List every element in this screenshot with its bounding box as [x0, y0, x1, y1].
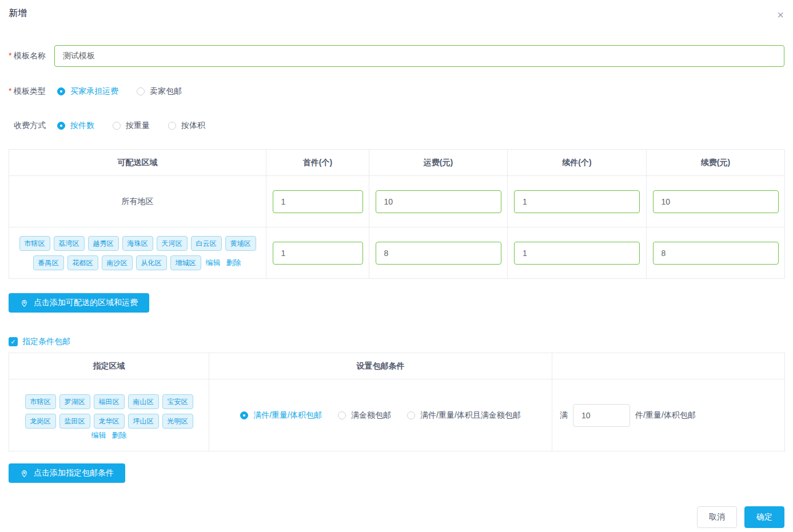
district-tag: 光明区 — [162, 414, 193, 429]
charge-method-row: 收费方式 按件数 按重量 按体积 — [9, 121, 784, 131]
conditional-free-shipping-checkbox-row[interactable]: ✓ 指定条件包邮 — [9, 337, 784, 347]
radio-qty-and-amount[interactable]: 满件/重量/体积且满金额包邮 — [407, 410, 521, 421]
column-header-specified-area: 指定区域 — [9, 353, 209, 379]
condition-prefix: 满 — [560, 410, 568, 421]
radio-icon — [168, 122, 176, 130]
district-tag: 盐田区 — [59, 414, 90, 429]
district-tag: 海珠区 — [122, 236, 153, 251]
required-asterisk: * — [9, 51, 14, 60]
delete-link[interactable]: 删除 — [226, 258, 241, 267]
district-tag: 罗湖区 — [59, 394, 90, 409]
column-header-freight: 运费(元) — [369, 150, 508, 176]
next-fee-input[interactable] — [653, 190, 779, 213]
radio-icon — [57, 87, 65, 95]
district-tag: 增城区 — [170, 255, 201, 270]
radio-amount[interactable]: 满金额包邮 — [338, 410, 391, 421]
condition-tags-cell: 市辖区罗湖区福田区南山区宝安区龙岗区盐田区龙华区坪山区光明区编辑删除 — [9, 379, 209, 451]
radio-by-volume[interactable]: 按体积 — [168, 121, 205, 131]
free-shipping-condition-radio-group: 满件/重量/体积包邮 满金额包邮 满件/重量/体积且满金额包邮 — [210, 410, 551, 421]
radio-qty-weight-volume[interactable]: 满件/重量/体积包邮 — [240, 410, 322, 421]
required-asterisk: * — [9, 86, 14, 95]
template-name-row: *模板名称 — [9, 45, 784, 67]
district-tag: 市辖区 — [19, 236, 50, 251]
district-tag: 福田区 — [94, 394, 125, 409]
radio-icon — [137, 87, 145, 95]
delete-link[interactable]: 删除 — [112, 431, 127, 439]
add-area-button[interactable]: 点击添加可配送的区域和运费 — [9, 293, 149, 313]
freight-table: 可配送区域 首件(个) 运费(元) 续件(个) 续费(元) 所有地区 市辖区荔湾… — [9, 149, 785, 279]
district-tags-cell: 市辖区荔湾区越秀区海珠区天河区白云区黄埔区番禺区花都区南沙区从化区增城区编辑删除 — [9, 227, 266, 279]
edit-link[interactable]: 编辑 — [206, 258, 221, 267]
radio-by-piece[interactable]: 按件数 — [57, 121, 94, 131]
radio-icon — [240, 411, 248, 419]
radio-buyer-pays-freight[interactable]: 买家承担运费 — [57, 86, 118, 97]
checkbox-label: 指定条件包邮 — [22, 337, 70, 347]
district-tag: 花都区 — [67, 255, 98, 270]
column-header-next-fee: 续费(元) — [647, 150, 785, 176]
next-qty-input[interactable] — [514, 190, 640, 213]
checkbox-checked-icon[interactable]: ✓ — [9, 337, 18, 346]
add-condition-button[interactable]: 点击添加指定包邮条件 — [9, 463, 125, 483]
district-tag: 龙岗区 — [25, 414, 56, 429]
district-tag: 白云区 — [191, 236, 222, 251]
district-tag: 从化区 — [136, 255, 167, 270]
condition-threshold-input[interactable] — [573, 404, 630, 427]
freight-input[interactable] — [376, 190, 501, 213]
template-type-label: *模板类型 — [9, 86, 54, 97]
modal-footer: 取消 确定 — [697, 506, 784, 528]
add-area-button-wrap: 点击添加可配送的区域和运费 — [9, 293, 784, 313]
edit-link[interactable]: 编辑 — [91, 431, 106, 439]
condition-table: 指定区域 设置包邮条件 市辖区罗湖区福田区南山区宝安区龙岗区盐田区龙华区坪山区光… — [9, 353, 785, 451]
close-icon[interactable]: × — [777, 9, 784, 21]
district-tag: 天河区 — [157, 236, 188, 251]
template-name-label: *模板名称 — [9, 51, 54, 61]
modal-header: 新增 × — [0, 0, 793, 21]
cancel-button[interactable]: 取消 — [697, 506, 737, 528]
column-header-empty — [552, 353, 785, 379]
template-name-input[interactable] — [54, 45, 784, 67]
radio-icon — [57, 122, 65, 130]
column-header-area: 可配送区域 — [9, 150, 266, 176]
condition-table-row: 市辖区罗湖区福田区南山区宝安区龙岗区盐田区龙华区坪山区光明区编辑删除 满件/重量… — [9, 379, 785, 451]
charge-method-label: 收费方式 — [9, 121, 54, 131]
district-tag: 黄埔区 — [225, 236, 256, 251]
first-qty-input[interactable] — [273, 190, 363, 213]
first-qty-input[interactable] — [273, 242, 363, 265]
district-tag: 荔湾区 — [54, 236, 85, 251]
condition-suffix: 件/重量/体积包邮 — [635, 410, 696, 421]
next-qty-input[interactable] — [514, 242, 640, 265]
radio-icon — [113, 122, 121, 130]
add-condition-button-wrap: 点击添加指定包邮条件 — [9, 463, 784, 483]
area-cell: 所有地区 — [9, 176, 266, 227]
district-tag: 越秀区 — [88, 236, 119, 251]
district-tag: 南沙区 — [102, 255, 133, 270]
confirm-button[interactable]: 确定 — [744, 506, 784, 528]
column-header-next-qty: 续件(个) — [508, 150, 647, 176]
template-type-radio-group: 买家承担运费 卖家包邮 — [54, 86, 200, 97]
template-type-row: *模板类型 买家承担运费 卖家包邮 — [9, 86, 784, 97]
district-tag: 市辖区 — [25, 394, 56, 409]
condition-table-header-row: 指定区域 设置包邮条件 — [9, 353, 785, 379]
radio-icon — [338, 411, 346, 419]
column-header-first-qty: 首件(个) — [266, 150, 369, 176]
location-pin-icon — [20, 299, 29, 307]
radio-seller-free-shipping[interactable]: 卖家包邮 — [137, 86, 182, 97]
district-tag: 坪山区 — [128, 414, 159, 429]
freight-table-row-all-areas: 所有地区 — [9, 176, 785, 227]
district-tag: 南山区 — [128, 394, 159, 409]
district-tag: 番禺区 — [33, 255, 64, 270]
page-title: 新增 — [9, 7, 27, 19]
location-pin-icon — [20, 469, 29, 478]
freight-input[interactable] — [376, 242, 501, 265]
charge-method-radio-group: 按件数 按重量 按体积 — [54, 121, 224, 131]
next-fee-input[interactable] — [653, 242, 779, 265]
freight-table-row-districts: 市辖区荔湾区越秀区海珠区天河区白云区黄埔区番禺区花都区南沙区从化区增城区编辑删除 — [9, 227, 785, 279]
freight-table-header-row: 可配送区域 首件(个) 运费(元) 续件(个) 续费(元) — [9, 150, 785, 176]
radio-icon — [407, 411, 415, 419]
column-header-condition-settings: 设置包邮条件 — [209, 353, 552, 379]
condition-threshold: 满 件/重量/体积包邮 — [553, 404, 784, 427]
radio-by-weight[interactable]: 按重量 — [113, 121, 150, 131]
district-tag: 龙华区 — [94, 414, 125, 429]
district-tag: 宝安区 — [162, 394, 193, 409]
area-label: 所有地区 — [122, 197, 154, 206]
